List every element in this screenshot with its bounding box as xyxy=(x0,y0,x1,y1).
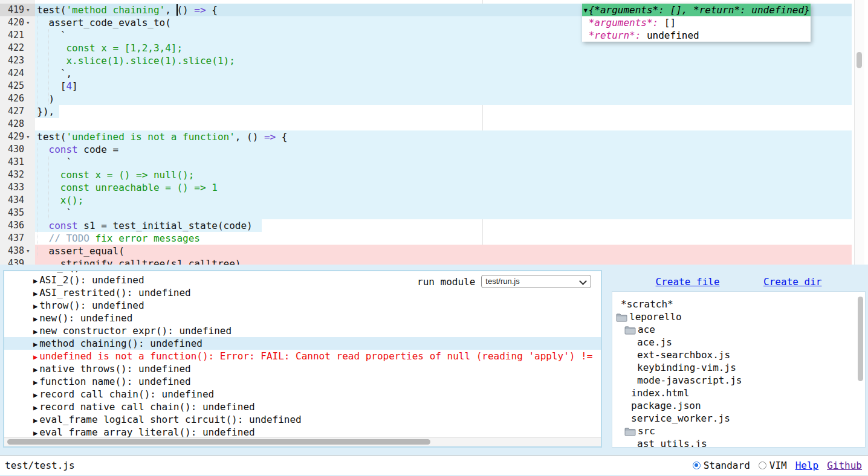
tree-file-row[interactable]: keybinding-vim.js xyxy=(616,361,865,374)
scrollbar-thumb[interactable] xyxy=(7,439,430,445)
code-line[interactable]: ) xyxy=(0,92,868,105)
code-line[interactable]: }), xyxy=(0,105,868,118)
code-line[interactable]: test('undefined is not a function', () =… xyxy=(0,130,868,143)
expand-arrow-icon[interactable]: ▶ xyxy=(33,277,37,285)
gutter-line-number[interactable]: 438 xyxy=(0,245,24,257)
expand-arrow-icon[interactable]: ▶ xyxy=(33,378,37,387)
test-result-row[interactable]: ▶eval_frame logical short circuit(): und… xyxy=(4,413,601,426)
file-tree-panel[interactable]: *scratch*leporelloaceace.jsext-searchbox… xyxy=(612,291,866,448)
github-link[interactable]: Github xyxy=(827,460,862,471)
code-line[interactable]: const x = () => null(); xyxy=(0,169,868,181)
code-line[interactable]: ` xyxy=(0,156,868,169)
tree-folder-row[interactable]: src xyxy=(616,425,865,437)
test-result-row[interactable]: ▶native throws(): undefined xyxy=(4,362,601,375)
code-line[interactable]: [4] xyxy=(0,80,868,92)
expand-arrow-icon[interactable]: ▶ xyxy=(33,302,37,310)
gutter-line-number[interactable]: 432 xyxy=(0,169,24,181)
expand-arrow-icon[interactable]: ▶ xyxy=(33,365,37,374)
tree-file-row[interactable]: ast_utils.js xyxy=(616,437,865,448)
code-line[interactable]: // TODO fix error messages xyxy=(0,232,868,245)
keybinding-mode-option[interactable]: VIM xyxy=(759,460,787,471)
gutter-line-number[interactable]: 439 xyxy=(0,257,24,265)
help-link[interactable]: Help xyxy=(795,460,819,471)
expand-arrow-icon[interactable]: ▶ xyxy=(33,270,37,272)
gutter-line-number[interactable]: 424 xyxy=(0,67,24,80)
tooltip-entry[interactable]: *arguments*: [] xyxy=(582,16,811,29)
value-inspector-tooltip[interactable]: ▾{*arguments*: [], *return*: undefined} … xyxy=(582,4,811,42)
expand-arrow-icon[interactable]: ▶ xyxy=(33,391,37,399)
fold-arrow-icon[interactable]: ▾ xyxy=(26,16,30,29)
editor-vertical-scrollbar[interactable] xyxy=(854,0,864,265)
expand-arrow-icon[interactable]: ▶ xyxy=(33,340,37,349)
run-module-select[interactable]: test/run.js xyxy=(481,275,591,288)
code-line[interactable]: const code = xyxy=(0,143,868,156)
test-results-panel[interactable]: ▶ASI_1(): undefined▶ASI_2(): undefined▶A… xyxy=(3,270,602,448)
gutter-line-number[interactable]: 437 xyxy=(0,232,24,245)
code-line[interactable]: const unreachable = () => 1 xyxy=(0,181,868,194)
expand-arrow-icon[interactable]: ▶ xyxy=(33,353,37,361)
gutter-line-number[interactable]: 427 xyxy=(0,105,24,118)
code-editor[interactable]: 419▾420▾421422423424425426427428429▾4304… xyxy=(0,0,868,265)
gutter-line-number[interactable]: 429 xyxy=(0,130,24,143)
gutter-line-number[interactable]: 436 xyxy=(0,219,24,232)
tree-file-row[interactable]: *scratch* xyxy=(616,298,865,310)
tooltip-entry[interactable]: *return*: undefined xyxy=(582,29,811,42)
expand-arrow-icon[interactable]: ▶ xyxy=(33,416,37,425)
radio-unchecked-icon[interactable] xyxy=(759,462,766,469)
tooltip-header[interactable]: ▾{*arguments*: [], *return*: undefined} xyxy=(582,4,811,16)
test-result-row[interactable]: ▶eval_frame array_literal(): undefined xyxy=(4,426,601,439)
code-line[interactable]: x(); xyxy=(0,194,868,207)
code-line[interactable]: const s1 = test_initial_state(code) xyxy=(0,219,868,232)
test-result-row[interactable]: ▶throw(): undefined xyxy=(4,299,601,312)
code-line[interactable]: ` xyxy=(0,207,868,219)
gutter-line-number[interactable]: 435 xyxy=(0,207,24,219)
gutter-line-number[interactable]: 421 xyxy=(0,29,24,42)
code-line[interactable] xyxy=(0,118,868,130)
test-result-row[interactable]: ▶undefined is not a function(): Error: F… xyxy=(4,350,601,362)
tree-file-row[interactable]: package.json xyxy=(616,399,865,412)
expand-arrow-icon[interactable]: ▶ xyxy=(33,289,37,298)
tree-file-row[interactable]: ext-searchbox.js xyxy=(616,349,865,361)
tree-folder-row[interactable]: leporello xyxy=(616,310,865,323)
gutter-line-number[interactable]: 433 xyxy=(0,181,24,194)
gutter-line-number[interactable]: 425 xyxy=(0,80,24,92)
expand-arrow-icon[interactable]: ▶ xyxy=(33,404,37,412)
test-result-row[interactable]: ▶record call chain(): undefined xyxy=(4,388,601,400)
gutter-line-number[interactable]: 434 xyxy=(0,194,24,207)
test-result-row[interactable]: ▶function name(): undefined xyxy=(4,375,601,388)
tree-folder-row[interactable]: ace xyxy=(616,323,865,336)
gutter-line-number[interactable]: 426 xyxy=(0,92,24,105)
radio-checked-icon[interactable] xyxy=(693,462,701,469)
tree-file-row[interactable]: mode-javascript.js xyxy=(616,374,865,387)
scrollbar-thumb[interactable] xyxy=(857,52,862,68)
test-result-row[interactable]: ▶record native call chain(): undefined xyxy=(4,400,601,413)
code-line[interactable]: stringify_calltree(s1.calltree), xyxy=(0,257,868,265)
code-line[interactable]: `, xyxy=(0,67,868,80)
code-line[interactable]: x.slice(1).slice(1).slice(1); xyxy=(0,54,868,67)
gutter-line-number[interactable]: 423 xyxy=(0,54,24,67)
editor-gutter[interactable]: 419▾420▾421422423424425426427428429▾4304… xyxy=(0,0,35,265)
expand-arrow-icon[interactable]: ▶ xyxy=(33,327,37,336)
gutter-line-number[interactable]: 430 xyxy=(0,143,24,156)
keybinding-mode-option[interactable]: Standard xyxy=(693,460,750,471)
gutter-line-number[interactable]: 420 xyxy=(0,16,24,29)
create-dir-button[interactable]: Create dir xyxy=(763,276,821,288)
test-result-row[interactable]: ▶new constructor expr(): undefined xyxy=(4,324,601,337)
test-result-row[interactable]: ▶new(): undefined xyxy=(4,312,601,324)
tree-file-row[interactable]: ace.js xyxy=(616,336,865,349)
test-result-row[interactable]: ▶method chaining(): undefined xyxy=(4,337,601,350)
scrollbar-thumb[interactable] xyxy=(858,297,863,381)
fold-arrow-icon[interactable]: ▾ xyxy=(26,130,30,143)
gutter-line-number[interactable]: 428 xyxy=(0,118,24,130)
fold-arrow-icon[interactable]: ▾ xyxy=(26,4,30,16)
tree-vertical-scrollbar[interactable] xyxy=(858,297,863,443)
code-line[interactable]: const x = [1,2,3,4]; xyxy=(0,42,868,54)
test-result-row[interactable]: ▶ASI_restrited(): undefined xyxy=(4,286,601,299)
fold-arrow-icon[interactable]: ▾ xyxy=(26,245,30,257)
tree-file-row[interactable]: service_worker.js xyxy=(616,412,865,425)
create-file-button[interactable]: Create file xyxy=(656,276,720,288)
gutter-line-number[interactable]: 422 xyxy=(0,42,24,54)
expand-arrow-icon[interactable]: ▶ xyxy=(33,315,37,323)
expand-arrow-icon[interactable]: ▶ xyxy=(33,429,37,437)
console-horizontal-scrollbar[interactable] xyxy=(4,437,601,446)
